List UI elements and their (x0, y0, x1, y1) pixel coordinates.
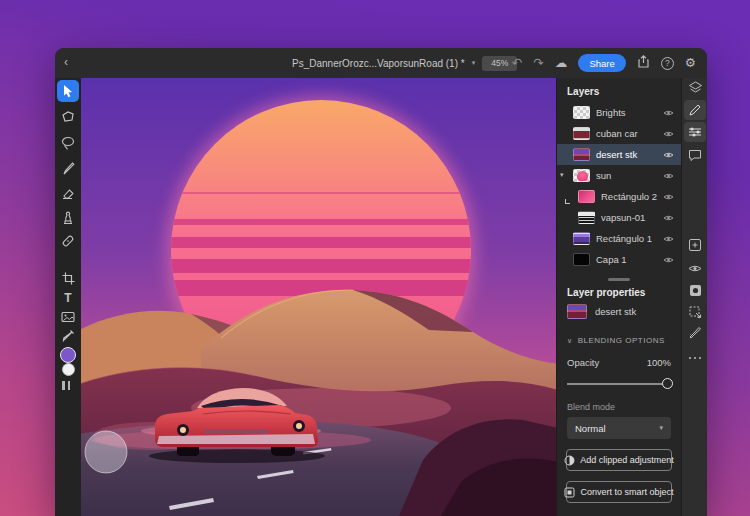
blending-options-toggle[interactable]: ∨ BLENDING OPTIONS (567, 336, 671, 345)
transform-icon[interactable] (684, 302, 706, 322)
layer-thumbnail (573, 232, 590, 245)
layer-mask-icon[interactable] (684, 280, 706, 300)
eyedropper-tool[interactable] (57, 324, 79, 346)
layer-row-brights[interactable]: Brights (557, 102, 681, 123)
type-tool-glyph: T (64, 291, 71, 305)
eraser-tool[interactable] (57, 182, 79, 204)
crop-tool[interactable] (57, 267, 79, 289)
tools-sidebar: T (55, 78, 81, 516)
right-rail (681, 78, 707, 516)
back-chevron-icon[interactable]: ‹ (64, 55, 68, 69)
healing-brush-tool[interactable] (57, 230, 79, 252)
move-tool[interactable] (57, 80, 79, 102)
layer-properties-header: Layer properties (567, 287, 681, 298)
visibility-eye-icon[interactable] (663, 172, 674, 180)
visibility-eye-icon[interactable] (663, 235, 674, 243)
adjustments-panel-icon[interactable] (684, 122, 706, 142)
background-color-swatch[interactable] (62, 363, 75, 376)
help-icon[interactable]: ? (661, 57, 674, 70)
select-tool[interactable] (57, 106, 79, 128)
layer-thumbnail (578, 211, 595, 224)
visibility-eye-icon[interactable] (663, 256, 674, 264)
add-layer-icon[interactable] (684, 235, 706, 255)
properties-panel-icon[interactable] (684, 100, 706, 120)
chevron-down-icon: ▾ (659, 424, 663, 432)
desktop-background: ‹ Ps_DannerOrozc...VaporsunRoad (1) * ▾ … (0, 0, 750, 516)
touch-cursor (85, 431, 127, 473)
top-bar: ‹ Ps_DannerOrozc...VaporsunRoad (1) * ▾ … (55, 48, 707, 78)
settings-gear-icon[interactable]: ⚙ (685, 57, 696, 70)
clean-brush-icon[interactable] (684, 322, 706, 342)
visibility-eye-icon[interactable] (663, 130, 674, 138)
layer-row-sun[interactable]: ▾ sun (557, 165, 681, 186)
document-title: Ps_DannerOrozc...VaporsunRoad (1) * (292, 58, 465, 69)
layer-thumbnail (573, 253, 590, 266)
layers-panel: Layers Brights cuban car desert stk ▾ su… (556, 78, 681, 516)
more-options-icon[interactable] (684, 348, 706, 368)
foreground-color-swatch[interactable] (60, 347, 76, 363)
clone-stamp-tool[interactable] (57, 207, 79, 229)
visibility-eye-icon[interactable] (663, 214, 674, 222)
canvas-artwork[interactable] (81, 78, 556, 516)
layer-row-desert-stk[interactable]: desert stk (557, 144, 681, 165)
visibility-icon[interactable] (684, 258, 706, 278)
brush-tool[interactable] (57, 157, 79, 179)
blend-mode-select[interactable]: Normal ▾ (567, 417, 671, 439)
layer-thumbnail (573, 148, 590, 161)
toolbar-toggle-icon[interactable] (62, 381, 70, 390)
photoshop-window: ‹ Ps_DannerOrozc...VaporsunRoad (1) * ▾ … (55, 48, 707, 516)
redo-icon[interactable]: ↷ (533, 57, 543, 70)
opacity-label: Opacity (567, 357, 599, 368)
add-clipped-adjustment-button[interactable]: Add clipped adjustment (566, 449, 672, 471)
panel-resize-handle[interactable] (608, 278, 630, 281)
expander-icon[interactable]: ▾ (560, 171, 564, 179)
title-caret-icon[interactable]: ▾ (472, 59, 476, 67)
layers-header: Layers (567, 86, 681, 97)
layer-thumbnail (573, 106, 590, 119)
layer-thumbnail (573, 127, 590, 140)
undo-icon[interactable]: ↶ (512, 57, 522, 70)
document-title-group[interactable]: Ps_DannerOrozc...VaporsunRoad (1) * ▾ 45… (292, 48, 517, 78)
clipping-mask-icon (565, 199, 570, 204)
layers-panel-icon[interactable] (684, 78, 706, 98)
topbar-actions: ↶ ↷ ☁ Share ? ⚙ (512, 48, 696, 78)
lasso-tool[interactable] (57, 132, 79, 154)
adjustment-icon (564, 455, 575, 466)
opacity-slider-knob[interactable] (662, 378, 673, 389)
properties-layer-summary: desert stk (567, 304, 671, 319)
blend-mode-label: Blend mode (567, 402, 671, 412)
opacity-slider[interactable] (567, 378, 669, 390)
share-button[interactable]: Share (578, 54, 625, 72)
visibility-eye-icon[interactable] (663, 151, 674, 159)
cloud-sync-icon[interactable]: ☁ (555, 57, 568, 70)
layer-thumbnail (567, 304, 587, 319)
chevron-down-icon: ∨ (567, 337, 573, 345)
layer-thumbnail (573, 169, 590, 182)
smart-object-icon (564, 487, 575, 498)
layer-row-rectangulo-2[interactable]: Rectángulo 2 (557, 186, 681, 207)
visibility-eye-icon[interactable] (663, 109, 674, 117)
layer-row-rectangulo-1[interactable]: Rectángulo 1 (557, 228, 681, 249)
layer-thumbnail (578, 190, 595, 203)
visibility-eye-icon[interactable] (663, 193, 674, 201)
comments-panel-icon[interactable] (684, 145, 706, 165)
layer-row-cuban-car[interactable]: cuban car (557, 123, 681, 144)
convert-to-smart-object-button[interactable]: Convert to smart object (566, 481, 672, 503)
layer-row-capa-1[interactable]: Capa 1 (557, 249, 681, 270)
layer-row-vapsun-01[interactable]: vapsun-01 (557, 207, 681, 228)
opacity-value: 100% (647, 357, 671, 368)
export-icon[interactable] (637, 54, 650, 72)
